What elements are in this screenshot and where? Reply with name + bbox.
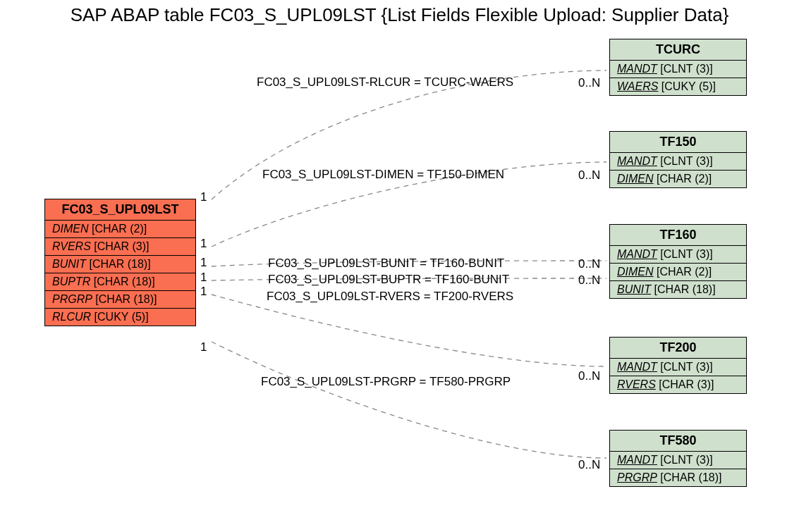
entity-field: RVERS [CHAR (3)]: [610, 376, 746, 393]
entity-main-field: RLCUR [CUKY (5)]: [45, 309, 195, 326]
edge-label: FC03_S_UPL09LST-RVERS = TF200-RVERS: [267, 290, 513, 304]
cardinality-right: 0..N: [578, 369, 600, 383]
cardinality-right: 0..N: [578, 76, 600, 90]
cardinality-right: 0..N: [578, 257, 600, 271]
entity-field: BUNIT [CHAR (18)]: [610, 281, 746, 298]
entity-header: TCURC: [610, 39, 746, 61]
entity-field: MANDT [CLNT (3)]: [610, 359, 746, 376]
cardinality-right: 0..N: [578, 273, 600, 287]
entity-tf580: TF580 MANDT [CLNT (3)] PRGRP [CHAR (18)]: [609, 430, 747, 487]
page-title: SAP ABAP table FC03_S_UPL09LST {List Fie…: [0, 4, 799, 26]
edge-label: FC03_S_UPL09LST-RLCUR = TCURC-WAERS: [257, 75, 513, 89]
entity-main-field: BUPTR [CHAR (18)]: [45, 273, 195, 291]
edge-label: FC03_S_UPL09LST-DIMEN = TF150-DIMEN: [262, 168, 504, 182]
cardinality-left: 1: [200, 190, 207, 204]
entity-main-field: RVERS [CHAR (3)]: [45, 238, 195, 256]
entity-field: WAERS [CUKY (5)]: [610, 78, 746, 95]
cardinality-left: 1: [200, 285, 207, 299]
edge-label: FC03_S_UPL09LST-BUNIT = TF160-BUNIT: [268, 256, 504, 271]
entity-field: MANDT [CLNT (3)]: [610, 246, 746, 264]
cardinality-left: 1: [200, 340, 207, 354]
cardinality-left: 1: [200, 237, 207, 251]
entity-main-header: FC03_S_UPL09LST: [45, 199, 195, 221]
entity-tf150: TF150 MANDT [CLNT (3)] DIMEN [CHAR (2)]: [609, 131, 747, 188]
entity-field: PRGRP [CHAR (18)]: [610, 469, 746, 486]
cardinality-right: 0..N: [578, 168, 600, 183]
entity-header: TF160: [610, 225, 746, 246]
entity-field: MANDT [CLNT (3)]: [610, 452, 746, 469]
entity-header: TF200: [610, 338, 746, 359]
entity-tcurc: TCURC MANDT [CLNT (3)] WAERS [CUKY (5)]: [609, 39, 747, 96]
entity-main-field: BUNIT [CHAR (18)]: [45, 256, 195, 273]
entity-field: MANDT [CLNT (3)]: [610, 153, 746, 171]
entity-header: TF150: [610, 132, 746, 153]
entity-tf200: TF200 MANDT [CLNT (3)] RVERS [CHAR (3)]: [609, 337, 747, 394]
cardinality-right: 0..N: [578, 458, 600, 472]
entity-header: TF580: [610, 431, 746, 452]
cardinality-left: 1: [200, 271, 207, 285]
edge-label: FC03_S_UPL09LST-BUPTR = TF160-BUNIT: [268, 273, 509, 287]
entity-tf160: TF160 MANDT [CLNT (3)] DIMEN [CHAR (2)] …: [609, 224, 747, 299]
entity-field: DIMEN [CHAR (2)]: [610, 171, 746, 187]
entity-field: DIMEN [CHAR (2)]: [610, 264, 746, 281]
entity-field: MANDT [CLNT (3)]: [610, 61, 746, 78]
edge-label: FC03_S_UPL09LST-PRGRP = TF580-PRGRP: [261, 375, 511, 389]
cardinality-left: 1: [200, 256, 207, 270]
entity-main-field: DIMEN [CHAR (2)]: [45, 221, 195, 238]
entity-main-field: PRGRP [CHAR (18)]: [45, 291, 195, 309]
entity-main: FC03_S_UPL09LST DIMEN [CHAR (2)] RVERS […: [44, 199, 196, 326]
